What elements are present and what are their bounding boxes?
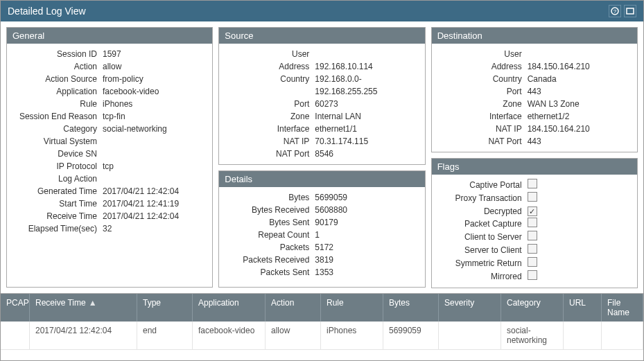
flag-checkbox[interactable]: ✓: [528, 205, 537, 218]
field-label: Generated Time: [12, 185, 103, 197]
panel-flags: Flags Captive PortalProxy TransactionDec…: [431, 158, 638, 288]
flag-checkbox[interactable]: [528, 257, 537, 270]
field-row: Start Time2017/04/21 12:41:19: [12, 197, 207, 210]
field-label: Country: [225, 73, 315, 98]
check-icon: ✓: [528, 206, 537, 216]
cell-category: social-networking: [501, 322, 564, 349]
window-title: Detailed Log View: [8, 6, 86, 17]
field-value: ethernet1/2: [528, 110, 632, 123]
cell-application: facebook-video: [193, 322, 266, 349]
panel-general: General Session ID1597ActionallowAction …: [6, 27, 213, 288]
col-filename[interactable]: File Name: [602, 294, 643, 322]
empty-checkbox-icon: [528, 218, 537, 227]
flag-label: Captive Portal: [437, 179, 528, 192]
field-label: NAT Port: [225, 148, 315, 160]
field-label: Action Source: [12, 73, 103, 85]
panel-destination: Destination UserAddress184.150.164.210Co…: [431, 27, 638, 152]
field-label: Category: [12, 123, 103, 135]
field-value: 443: [528, 135, 632, 148]
field-label: Log Action: [12, 173, 103, 185]
cell-action: allow: [266, 322, 321, 349]
field-row: Port60273: [225, 98, 419, 110]
empty-checkbox-icon: [528, 270, 537, 280]
field-row: Generated Time2017/04/21 12:42:04: [12, 185, 207, 197]
field-label: Session ID: [12, 48, 103, 60]
field-label: Address: [437, 60, 528, 73]
col-type[interactable]: Type: [137, 294, 193, 322]
field-label: Zone: [225, 110, 315, 123]
col-rule[interactable]: Rule: [321, 294, 383, 322]
col-action[interactable]: Action: [266, 294, 321, 322]
field-row: Actionallow: [12, 60, 207, 73]
col-receive-time[interactable]: Receive Time▲: [30, 294, 137, 322]
field-label: Port: [437, 85, 528, 98]
cell-url: [564, 322, 602, 349]
panel-destination-header: Destination: [432, 28, 637, 44]
cell-filename: [602, 322, 643, 349]
field-row: Port443: [437, 85, 632, 98]
field-value: [103, 148, 207, 160]
svg-text:?: ?: [613, 8, 617, 15]
field-value: 5699059: [315, 191, 419, 204]
col-bytes[interactable]: Bytes: [383, 294, 439, 322]
field-value: [103, 135, 207, 148]
field-value: Canada: [528, 73, 632, 85]
empty-checkbox-icon: [528, 192, 537, 202]
flag-checkbox[interactable]: [528, 270, 537, 283]
field-value: [528, 48, 632, 60]
field-label: Packets: [225, 241, 315, 254]
field-label: Repeat Count: [225, 229, 315, 241]
field-value: [103, 173, 207, 185]
field-row: Packets5172: [225, 241, 419, 254]
log-grid: PCAP Receive Time▲ Type Application Acti…: [1, 293, 643, 350]
field-label: Zone: [437, 98, 528, 110]
field-value: 192.168.0.0-192.168.255.255: [315, 73, 419, 98]
col-severity[interactable]: Severity: [439, 294, 501, 322]
field-row: Country192.168.0.0-192.168.255.255: [225, 73, 419, 98]
field-label: Bytes Received: [225, 204, 315, 216]
field-row: Address184.150.164.210: [437, 60, 632, 73]
field-value: 5608880: [315, 204, 419, 216]
field-label: NAT IP: [225, 135, 315, 148]
titlebar-actions: ?: [609, 5, 636, 17]
flag-row: Packet Capture: [437, 218, 632, 231]
flag-checkbox[interactable]: [528, 231, 537, 244]
field-label: Packets Sent: [225, 266, 315, 279]
field-label: Action: [12, 60, 103, 73]
main-content: General Session ID1597ActionallowAction …: [1, 21, 643, 293]
table-row[interactable]: 2017/04/21 12:42:04 end facebook-video a…: [1, 322, 643, 350]
field-value: Internal LAN: [315, 110, 419, 123]
col-category[interactable]: Category: [501, 294, 564, 322]
field-label: Country: [437, 73, 528, 85]
col-application[interactable]: Application: [193, 294, 266, 322]
col-url[interactable]: URL: [564, 294, 602, 322]
field-value: 2017/04/21 12:42:04: [103, 185, 207, 197]
field-row: ZoneWAN L3 Zone: [437, 98, 632, 110]
flag-row: Proxy Transaction: [437, 192, 632, 205]
flag-checkbox[interactable]: [528, 218, 537, 231]
col-pcap[interactable]: PCAP: [1, 294, 30, 322]
flag-checkbox[interactable]: [528, 192, 537, 205]
field-row: User: [437, 48, 632, 60]
empty-checkbox-icon: [528, 231, 537, 240]
flag-label: Client to Server: [437, 231, 528, 244]
field-label: IP Protocol: [12, 160, 103, 173]
field-row: ZoneInternal LAN: [225, 110, 419, 123]
field-row: Elapsed Time(sec)32: [12, 222, 207, 235]
field-value: ethernet1/1: [315, 123, 419, 135]
cell-severity: [439, 322, 501, 349]
field-value: allow: [103, 60, 207, 73]
field-value: 2017/04/21 12:41:19: [103, 197, 207, 210]
flag-checkbox[interactable]: [528, 244, 537, 257]
field-value: 184.150.164.210: [528, 123, 632, 135]
help-icon[interactable]: ?: [609, 5, 621, 17]
field-value: iPhones: [103, 98, 207, 110]
field-value: tcp-fin: [103, 110, 207, 123]
field-label: User: [225, 48, 315, 60]
field-value: 1: [315, 229, 419, 241]
field-row: Device SN: [12, 148, 207, 160]
flag-label: Proxy Transaction: [437, 192, 528, 205]
panel-general-body: Session ID1597ActionallowAction Sourcefr…: [7, 44, 212, 239]
flag-checkbox[interactable]: [528, 179, 537, 192]
window-icon[interactable]: [624, 5, 636, 17]
